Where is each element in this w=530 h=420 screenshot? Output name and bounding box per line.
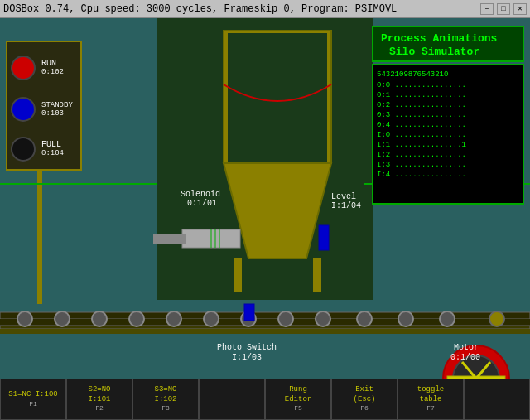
svg-point-42 — [12, 98, 35, 121]
svg-text:0:0  ................: 0:0 ................ — [377, 81, 466, 89]
svg-point-26 — [440, 311, 455, 326]
svg-rect-11 — [319, 225, 329, 250]
svg-text:Process Animations: Process Animations — [381, 32, 498, 45]
simulation-area: RUN 0:102 STANDBY 0:103 FULL 0:104 Solen… — [0, 18, 530, 420]
svg-text:I:1/03: I:1/03 — [232, 353, 262, 362]
svg-text:I:1/04: I:1/04 — [331, 201, 361, 210]
fn-key-empty2 — [464, 379, 530, 420]
svg-point-19 — [166, 311, 181, 326]
fn-key-rung-editor[interactable]: Rung Editor F5 — [265, 379, 331, 420]
close-button[interactable]: ✕ — [513, 3, 527, 15]
svg-point-17 — [92, 311, 107, 326]
window-controls: – □ ✕ — [480, 3, 527, 15]
svg-text:5432109876543210: 5432109876543210 — [377, 70, 448, 79]
svg-text:0:1/01: 0:1/01 — [187, 199, 217, 208]
svg-text:Silo Simulator: Silo Simulator — [389, 46, 479, 58]
minimize-button[interactable]: – — [480, 3, 494, 15]
svg-text:I:1  ...............1: I:1 ...............1 — [377, 141, 466, 149]
svg-text:RUN: RUN — [41, 59, 56, 68]
fn-key-empty1 — [199, 379, 265, 420]
svg-point-41 — [12, 56, 35, 80]
svg-point-16 — [55, 311, 70, 326]
svg-text:0:104: 0:104 — [41, 149, 64, 157]
svg-text:I:4  ................: I:4 ................ — [377, 171, 466, 179]
svg-text:0:103: 0:103 — [41, 109, 64, 118]
svg-text:I:2  ................: I:2 ................ — [377, 151, 466, 159]
svg-text:Photo Switch: Photo Switch — [217, 343, 277, 352]
svg-text:0:102: 0:102 — [41, 68, 64, 76]
svg-text:0:2  ................: 0:2 ................ — [377, 101, 466, 109]
fn-key-s1[interactable]: S1=NC I:100 F1 — [0, 379, 66, 420]
svg-text:FULL: FULL — [41, 140, 61, 149]
svg-text:I:0  ................: I:0 ................ — [377, 131, 466, 139]
fn-key-exit[interactable]: Exit (Esc) F6 — [331, 379, 398, 420]
svg-text:STANDBY: STANDBY — [41, 101, 73, 109]
svg-point-20 — [204, 311, 219, 326]
svg-text:0:4  ................: 0:4 ................ — [377, 121, 466, 129]
simulation-graphics: RUN 0:102 STANDBY 0:103 FULL 0:104 Solen… — [0, 18, 530, 420]
fn-key-toggle-table[interactable]: toggle table F7 — [398, 379, 464, 420]
titlebar-title: DOSBox 0.74, Cpu speed: 3000 cycles, Fra… — [3, 3, 397, 15]
svg-point-27 — [489, 311, 504, 326]
svg-point-18 — [129, 311, 144, 326]
svg-text:Motor: Motor — [454, 343, 479, 352]
fn-key-s2[interactable]: S2=NO I:101 F2 — [66, 379, 132, 420]
titlebar: DOSBox 0.74, Cpu speed: 3000 cycles, Fra… — [0, 0, 530, 18]
function-key-bar: S1=NC I:100 F1 S2=NO I:101 F2 S3=NO I:10… — [0, 379, 530, 420]
svg-text:0:1/00: 0:1/00 — [450, 353, 480, 362]
svg-text:0:3  ................: 0:3 ................ — [377, 111, 466, 119]
maximize-button[interactable]: □ — [497, 3, 510, 15]
svg-text:0:1  ................: 0:1 ................ — [377, 91, 466, 99]
svg-rect-28 — [0, 329, 530, 334]
fn-key-s3[interactable]: S3=NO I:102 F3 — [132, 379, 199, 420]
svg-text:I:3  ................: I:3 ................ — [377, 161, 466, 169]
svg-point-23 — [316, 311, 330, 326]
svg-rect-30 — [153, 234, 186, 244]
svg-rect-4 — [228, 33, 327, 162]
svg-rect-6 — [313, 258, 321, 292]
svg-point-15 — [17, 311, 32, 326]
svg-point-22 — [278, 311, 293, 326]
svg-point-43 — [12, 138, 35, 161]
svg-point-24 — [357, 311, 372, 326]
svg-text:Level: Level — [331, 192, 356, 201]
svg-point-25 — [398, 311, 413, 326]
svg-rect-29 — [244, 304, 254, 321]
svg-rect-5 — [234, 258, 242, 292]
svg-text:Solenoid: Solenoid — [181, 190, 220, 199]
